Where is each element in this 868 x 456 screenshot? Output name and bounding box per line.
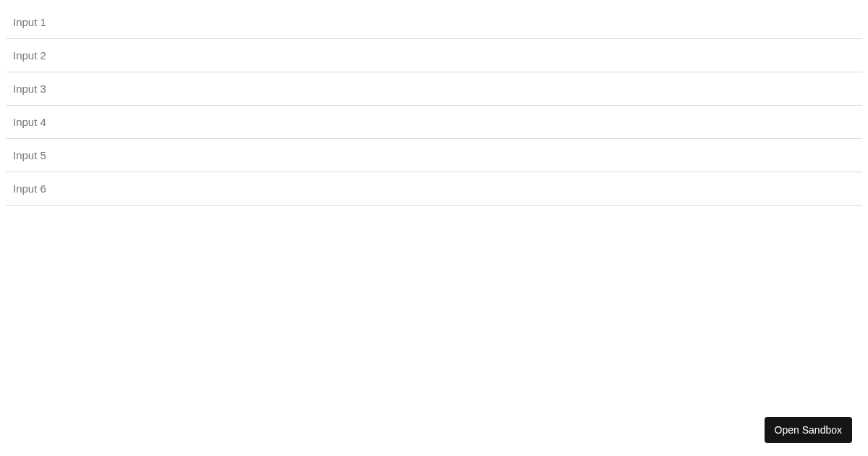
text-input-4[interactable] [6,106,862,139]
text-input-6[interactable] [6,172,862,206]
open-sandbox-button[interactable]: Open Sandbox [765,417,852,443]
text-input-3[interactable] [6,72,862,106]
text-input-5[interactable] [6,139,862,172]
text-input-1[interactable] [6,6,862,39]
input-list [0,0,868,206]
text-input-2[interactable] [6,39,862,72]
